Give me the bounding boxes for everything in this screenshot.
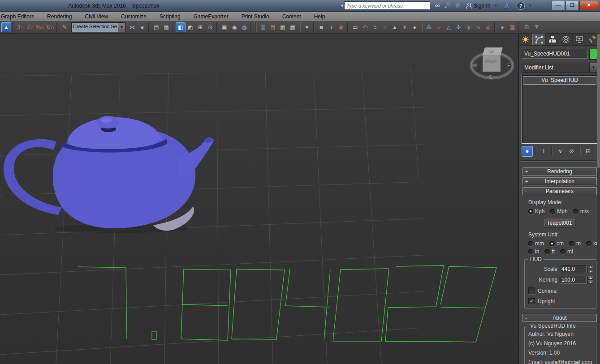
help-icon[interactable]: ? bbox=[517, 2, 525, 10]
upright-label[interactable]: Upright bbox=[538, 298, 555, 304]
menu-help[interactable]: Help bbox=[310, 12, 330, 21]
object-color-swatch[interactable] bbox=[589, 49, 598, 60]
pin-stack-icon[interactable]: ● bbox=[522, 146, 533, 157]
radio-ms[interactable] bbox=[573, 209, 578, 214]
rollout-interpolation[interactable]: + Interpolation bbox=[522, 177, 597, 185]
snap-toggle-icon[interactable]: 3∩ bbox=[16, 22, 26, 33]
show-end-result-icon[interactable]: I bbox=[538, 146, 549, 157]
binoculars-icon[interactable]: ∞ bbox=[435, 1, 440, 10]
radio-in-label[interactable]: in bbox=[535, 248, 539, 255]
scrollbar-thumb[interactable] bbox=[597, 34, 600, 168]
radio-ft-label[interactable]: ft bbox=[552, 248, 555, 255]
toolbar-help-icon[interactable]: ? bbox=[531, 22, 541, 33]
rock-icon[interactable]: ✣ bbox=[453, 22, 463, 33]
comma-label[interactable]: Comma bbox=[538, 288, 557, 294]
combobox-dropdown-icon[interactable]: ▼ bbox=[118, 23, 125, 32]
render-presets-icon[interactable]: ▤ bbox=[268, 22, 278, 33]
modifier-stack[interactable]: Vu_SpeedHUD bbox=[522, 75, 598, 144]
radio-mi[interactable] bbox=[560, 249, 565, 254]
radio-m[interactable] bbox=[569, 241, 574, 246]
radio-ms-label[interactable]: m/s bbox=[580, 208, 589, 214]
exchange-icon[interactable]: X bbox=[505, 2, 509, 10]
render-production-icon[interactable]: ◉ bbox=[229, 22, 239, 33]
menu-civil-view[interactable]: Civil View bbox=[80, 12, 112, 21]
video-camera-icon[interactable]: ◙ bbox=[316, 22, 326, 33]
help-dropdown-icon[interactable]: ▼ bbox=[528, 4, 532, 8]
restore-button[interactable]: ❐ bbox=[565, 1, 579, 10]
menu-graph-editors[interactable]: Graph Editors bbox=[0, 12, 39, 21]
configure-modifier-sets-icon[interactable]: ⊞ bbox=[583, 146, 594, 157]
radio-mph[interactable] bbox=[550, 209, 555, 214]
kerning-spinner[interactable] bbox=[587, 276, 593, 284]
named-selection-value[interactable]: Create Selection Se bbox=[72, 23, 118, 32]
search-flyout-icon[interactable]: ◂ bbox=[340, 1, 344, 10]
kerning-field[interactable]: 100.0 bbox=[560, 276, 587, 284]
teapot-primitive-icon[interactable]: ◌ bbox=[380, 22, 390, 33]
spinner-snap-icon[interactable]: ⇅∩ bbox=[45, 22, 55, 33]
named-selection-combobox[interactable]: Create Selection Se ▼ bbox=[71, 22, 125, 32]
ball-icon[interactable]: ● bbox=[497, 22, 507, 33]
night-view-icon[interactable]: ◑ bbox=[326, 22, 336, 33]
upright-checkbox[interactable]: ✓ bbox=[528, 298, 535, 304]
compass-helper-icon[interactable]: △ bbox=[444, 22, 453, 33]
radio-m-label[interactable]: m bbox=[576, 240, 581, 247]
minimize-button[interactable]: — bbox=[552, 1, 565, 10]
disc-primitive-icon[interactable]: ○ bbox=[370, 22, 380, 33]
named-selection-sets-icon[interactable]: ✎ bbox=[60, 22, 69, 33]
rollout-about[interactable]: - About bbox=[522, 314, 597, 322]
sun-daylight-icon[interactable]: ☀ bbox=[400, 22, 410, 33]
cone-primitive-icon[interactable]: ▲ bbox=[390, 22, 400, 33]
render-teapot-icon[interactable]: ◍ bbox=[239, 22, 249, 33]
radio-km[interactable] bbox=[586, 241, 591, 246]
menu-customize[interactable]: Customize bbox=[117, 12, 151, 21]
radio-cm-label[interactable]: cm bbox=[557, 240, 564, 247]
schematic-view-icon[interactable]: ⊞ bbox=[195, 22, 205, 33]
radio-in[interactable] bbox=[528, 249, 533, 254]
dropdown-arrow-icon[interactable]: ▼ bbox=[589, 63, 597, 72]
tab-hierarchy[interactable] bbox=[546, 34, 559, 45]
grass-icon[interactable]: ψ bbox=[463, 22, 473, 33]
align-icon[interactable]: ≡ bbox=[137, 22, 147, 33]
radio-cm[interactable] bbox=[549, 241, 555, 246]
import-icon[interactable]: ⊡ bbox=[522, 22, 531, 33]
tab-display[interactable] bbox=[573, 34, 586, 45]
remove-modifier-icon[interactable]: ⊘ bbox=[566, 146, 577, 157]
radio-mm[interactable] bbox=[528, 241, 533, 246]
tab-create[interactable] bbox=[519, 34, 532, 45]
rollout-rendering[interactable]: + Rendering bbox=[522, 167, 597, 176]
fur-icon[interactable]: ∿ bbox=[473, 22, 483, 33]
teapot-object[interactable] bbox=[4, 116, 214, 233]
menu-rendering[interactable]: Rendering bbox=[43, 12, 76, 21]
tab-modify[interactable] bbox=[532, 34, 546, 45]
sphere-primitive-icon[interactable]: ● bbox=[410, 22, 419, 33]
layer-manager-icon[interactable]: ▤ bbox=[151, 22, 161, 33]
modifier-list-dropdown[interactable]: Modifier List ▼ bbox=[522, 63, 598, 73]
spray-particles-icon[interactable]: ⁂ bbox=[424, 22, 434, 33]
radio-mph-label[interactable]: Mph bbox=[557, 208, 567, 214]
radio-ft[interactable] bbox=[544, 249, 550, 254]
plane-primitive-icon[interactable]: ▭ bbox=[350, 22, 360, 33]
render-dialog-icon[interactable]: ▦ bbox=[288, 22, 298, 33]
search-input[interactable] bbox=[344, 1, 430, 10]
render-setup-icon[interactable]: ⊙ bbox=[205, 22, 215, 33]
rollout-parameters[interactable]: - Parameters bbox=[522, 187, 597, 195]
perspective-viewport[interactable]: TOP FRONT W E S bbox=[0, 34, 518, 364]
comma-checkbox[interactable] bbox=[528, 287, 535, 294]
percent-snap-icon[interactable]: %∩ bbox=[35, 22, 45, 33]
scale-field[interactable]: 441.0 bbox=[560, 265, 587, 273]
radio-mm-label[interactable]: mm bbox=[535, 240, 544, 247]
radio-kph[interactable] bbox=[528, 209, 533, 214]
light-lister-icon[interactable]: ✶ bbox=[302, 22, 312, 33]
menu-scripting[interactable]: Scripting bbox=[155, 12, 185, 21]
modifier-stack-item[interactable]: Vu_SpeedHUD bbox=[523, 76, 596, 85]
eye-icon[interactable]: ◎ bbox=[483, 22, 493, 33]
tab-motion[interactable] bbox=[559, 34, 573, 45]
dome-primitive-icon[interactable]: ◠ bbox=[360, 22, 370, 33]
molecule-icon[interactable]: ∞ bbox=[434, 22, 444, 33]
favorites-star-icon[interactable]: ☆ bbox=[455, 1, 461, 10]
curve-editor-icon[interactable]: ◩ bbox=[186, 22, 195, 33]
material-editor-icon[interactable]: ◧ bbox=[176, 22, 186, 32]
selection-flyout-icon[interactable]: ▲ bbox=[1, 22, 11, 32]
pick-object-button[interactable]: Teapot001 bbox=[544, 218, 575, 227]
batch-render-icon[interactable]: ▦ bbox=[278, 22, 288, 33]
